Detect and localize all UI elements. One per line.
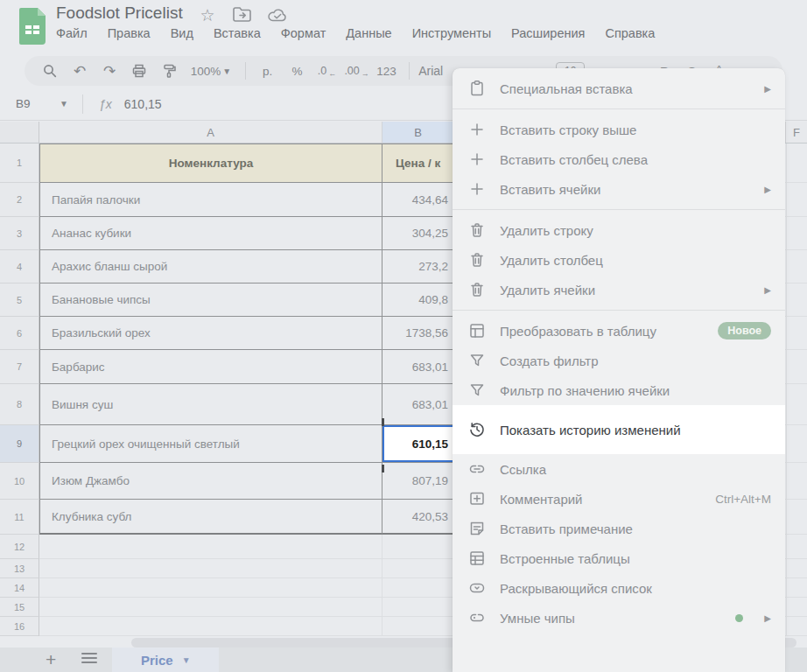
cell-f11[interactable] (786, 500, 807, 535)
cell-b11[interactable]: 420,53 (382, 500, 454, 535)
selected-cell-b9[interactable]: 610,15 (382, 425, 454, 463)
cell-f2[interactable] (786, 183, 807, 217)
cell-f4[interactable] (786, 250, 807, 284)
cell-a8[interactable]: Вишня суш (39, 384, 382, 425)
cell-a5[interactable]: Банановые чипсы (39, 284, 382, 317)
menubar-item-help[interactable]: Справка (605, 26, 655, 40)
percent-format-button[interactable]: % (284, 59, 311, 83)
paint-format-icon[interactable] (156, 59, 182, 83)
formula-input[interactable]: 610,15 (124, 97, 162, 111)
row-resize-tick[interactable] (382, 465, 384, 472)
menubar-item-edit[interactable]: Правка (108, 26, 151, 40)
context-menu-item-12[interactable]: Фильтр по значению ячейки (453, 375, 785, 405)
row-header-5[interactable]: 5 (0, 284, 39, 317)
row-header-4[interactable]: 4 (0, 250, 39, 284)
cell-f13[interactable] (786, 559, 807, 578)
add-sheet-icon[interactable]: + (46, 649, 56, 670)
cell-a6[interactable]: Бразильский орех (39, 317, 382, 350)
cell-f12[interactable] (786, 535, 807, 559)
context-menu-item-14[interactable]: Ссылка (453, 454, 785, 484)
row-header-1[interactable]: 1 (0, 144, 39, 183)
context-menu-item-19[interactable]: Умные чипы▶ (453, 603, 785, 633)
star-icon[interactable]: ☆ (198, 5, 217, 24)
cell-b4[interactable]: 273,2 (382, 250, 454, 284)
menubar-item-file[interactable]: Файл (56, 26, 88, 40)
cell-a1[interactable]: Номенклатура (39, 144, 382, 183)
cell-a4[interactable]: Арахис бланш сырой (39, 250, 382, 284)
context-menu-item-2[interactable]: Вставить строку выше (453, 115, 785, 144)
currency-format-button[interactable]: р. (255, 59, 281, 83)
menubar-item-insert[interactable]: Вставка (214, 26, 261, 40)
cell-a11[interactable]: Клубника субл (39, 500, 382, 535)
cell-f10[interactable] (786, 463, 807, 500)
cell-f6[interactable] (786, 317, 807, 350)
row-header-16[interactable]: 16 (0, 617, 39, 636)
cell-b15[interactable] (382, 598, 454, 617)
row-header-8[interactable]: 8 (0, 384, 39, 425)
more-formats-button[interactable]: 123 (374, 59, 400, 83)
cell-a3[interactable]: Ананас кубики (39, 217, 382, 250)
column-header-a[interactable]: A (39, 122, 382, 143)
context-menu-item-0[interactable]: Специальная вставка▶ (453, 74, 785, 103)
zoom-select[interactable]: 100%▼ (186, 59, 236, 83)
cell-b1[interactable]: Цена / к (382, 144, 454, 183)
cell-a2[interactable]: Папайя палочки (39, 183, 382, 217)
context-menu-item-13[interactable]: Показать историю изменений (453, 405, 785, 454)
cell-f5[interactable] (786, 284, 807, 317)
search-icon[interactable] (37, 59, 63, 83)
context-menu-item-4[interactable]: Вставить ячейки▶ (453, 174, 785, 204)
context-menu-item-10[interactable]: Преобразовать в таблицуНовое (453, 316, 785, 346)
cell-a7[interactable]: Барбарис (39, 350, 382, 384)
row-resize-tick[interactable] (382, 418, 384, 426)
cell-b7[interactable]: 683,01 (382, 350, 454, 384)
cell-a9[interactable]: Грецкий орех очищенный светлый (39, 425, 382, 463)
cell-f15[interactable] (786, 598, 807, 617)
row-header-2[interactable]: 2 (0, 183, 39, 217)
cell-a15[interactable] (39, 598, 382, 617)
name-box[interactable]: B9 ▼ (0, 97, 75, 110)
cell-f3[interactable] (786, 217, 807, 250)
row-header-3[interactable]: 3 (0, 217, 39, 250)
row-header-15[interactable]: 15 (0, 598, 39, 617)
cell-b6[interactable]: 1738,56 (382, 317, 454, 350)
cell-b14[interactable] (382, 578, 454, 598)
context-menu-item-8[interactable]: Удалить ячейки▶ (453, 275, 785, 304)
context-menu-item-6[interactable]: Удалить строку (453, 215, 785, 245)
column-header-f[interactable]: F (786, 122, 807, 143)
cell-f9[interactable] (786, 425, 807, 463)
cell-b3[interactable]: 304,25 (382, 217, 454, 250)
row-header-10[interactable]: 10 (0, 463, 39, 500)
context-menu-item-15[interactable]: КомментарийCtrl+Alt+M (453, 484, 785, 514)
cell-a13[interactable] (39, 559, 382, 578)
cell-a10[interactable]: Изюм Джамбо (39, 463, 382, 500)
row-header-7[interactable]: 7 (0, 350, 39, 384)
cell-b2[interactable]: 434,64 (382, 183, 454, 217)
redo-icon[interactable]: ↷ (96, 59, 123, 83)
row-header-13[interactable]: 13 (0, 559, 39, 578)
sheet-tab-price[interactable]: Price ▼ (112, 648, 219, 672)
context-menu-item-16[interactable]: Вставить примечание (453, 514, 785, 543)
cloud-status-icon[interactable] (268, 5, 287, 24)
select-all-corner[interactable] (0, 122, 39, 143)
menubar-item-data[interactable]: Данные (346, 26, 391, 40)
cell-f8[interactable] (786, 384, 807, 425)
undo-icon[interactable]: ↶ (67, 59, 93, 83)
cell-b12[interactable] (382, 535, 454, 559)
cell-f7[interactable] (786, 350, 807, 384)
cell-f14[interactable] (786, 578, 807, 598)
menubar-item-format[interactable]: Формат (281, 26, 326, 40)
context-menu-item-7[interactable]: Удалить столбец (453, 245, 785, 275)
font-select[interactable]: Arial (418, 59, 444, 83)
cell-a14[interactable] (39, 578, 382, 598)
all-sheets-icon[interactable] (81, 652, 98, 668)
row-header-9[interactable]: 9 (0, 425, 39, 463)
increase-decimal-button[interactable]: .00→ (344, 59, 370, 83)
row-header-12[interactable]: 12 (0, 535, 39, 559)
menubar-item-view[interactable]: Вид (171, 26, 193, 40)
row-header-11[interactable]: 11 (0, 500, 39, 535)
cell-f1[interactable] (786, 144, 807, 183)
row-header-14[interactable]: 14 (0, 578, 39, 598)
cell-b16[interactable] (382, 617, 454, 636)
move-folder-icon[interactable] (233, 5, 252, 24)
decrease-decimal-button[interactable]: .0← (314, 59, 340, 83)
